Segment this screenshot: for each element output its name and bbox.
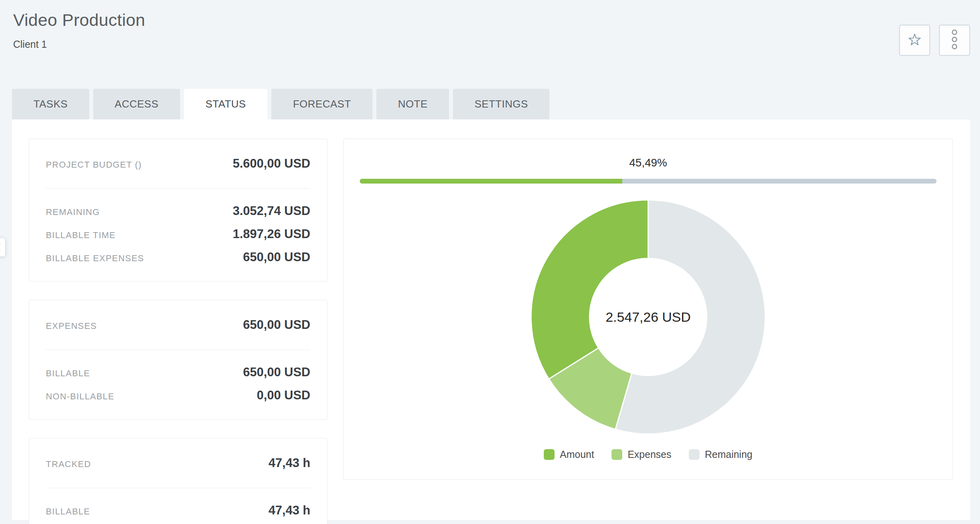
expenses-value: 650,00 USD <box>243 318 310 332</box>
expenses-billable-value: 650,00 USD <box>243 365 310 379</box>
card-divider <box>46 350 310 350</box>
more-options-button[interactable] <box>939 25 970 56</box>
expenses-card: EXPENSES 650,00 USD BILLABLE 650,00 USD … <box>29 300 327 420</box>
billable-time-row: BILLABLE TIME 1.897,26 USD <box>46 227 310 241</box>
tab-note[interactable]: NOTE <box>376 89 449 119</box>
budget-summary-column: PROJECT BUDGET () 5.600,00 USD REMAINING… <box>29 139 327 524</box>
amount-legend-label: Amount <box>560 449 594 460</box>
billable-expenses-value: 650,00 USD <box>243 250 310 264</box>
budget-chart-card: 45,49% 2.547,26 USD Amount Expenses Rema… <box>343 139 953 480</box>
tracked-time-card: TRACKED 47,43 h BILLABLE 47,43 h NON-BIL… <box>29 438 327 524</box>
billable-time-label: BILLABLE TIME <box>46 230 116 240</box>
expenses-label: EXPENSES <box>46 321 97 331</box>
amount-swatch <box>544 449 555 460</box>
budget-used-percent: 45,49% <box>344 156 953 169</box>
card-divider <box>46 188 310 189</box>
donut-slice-amount <box>531 200 648 379</box>
page-title: Video Production <box>13 10 145 30</box>
header-actions <box>899 25 970 56</box>
remaining-value: 3.052,74 USD <box>233 204 310 218</box>
tracked-billable-label: BILLABLE <box>46 506 90 517</box>
status-panel: PROJECT BUDGET () 5.600,00 USD REMAINING… <box>12 119 970 520</box>
expenses-billable-label: BILLABLE <box>46 368 90 379</box>
billable-expenses-row: BILLABLE EXPENSES 650,00 USD <box>46 250 310 264</box>
tab-forecast[interactable]: FORECAST <box>271 89 372 119</box>
expenses-swatch <box>612 449 622 460</box>
client-name: Client 1 <box>13 39 145 50</box>
project-budget-card: PROJECT BUDGET () 5.600,00 USD REMAINING… <box>29 139 327 282</box>
remaining-label: REMAINING <box>46 207 100 217</box>
budget-value: 5.600,00 USD <box>233 156 310 171</box>
tracked-billable-value: 47,43 h <box>269 503 310 518</box>
budget-label: PROJECT BUDGET () <box>46 160 142 170</box>
handle-line <box>0 244 0 244</box>
card-divider <box>46 488 310 488</box>
expenses-nonbillable-value: 0,00 USD <box>257 388 310 403</box>
legend-item-amount[interactable]: Amount <box>544 449 594 460</box>
billable-expenses-label: BILLABLE EXPENSES <box>46 253 144 264</box>
tab-access[interactable]: ACCESS <box>93 89 180 119</box>
expenses-legend-label: Expenses <box>627 449 671 460</box>
tracked-billable-row: BILLABLE 47,43 h <box>46 503 310 518</box>
side-drawer-handle[interactable] <box>0 238 5 256</box>
star-icon <box>907 32 922 48</box>
tracked-label: TRACKED <box>46 459 91 469</box>
legend-item-remaining[interactable]: Remaining <box>689 449 753 460</box>
tab-status[interactable]: STATUS <box>184 89 268 119</box>
expenses-nonbillable-label: NON-BILLABLE <box>46 391 114 402</box>
tab-tasks[interactable]: TASKS <box>12 89 89 119</box>
budget-progress-fill <box>360 179 622 184</box>
remaining-row: REMAINING 3.052,74 USD <box>46 204 310 218</box>
budget-progress-bar <box>360 179 937 184</box>
expenses-billable-row: BILLABLE 650,00 USD <box>46 365 310 379</box>
tracked-value: 47,43 h <box>269 456 310 470</box>
remaining-legend-label: Remaining <box>705 449 753 460</box>
project-header: Video Production Client 1 <box>13 10 145 50</box>
remaining-swatch <box>689 449 700 460</box>
budget-donut-chart: 2.547,26 USD <box>531 199 766 434</box>
chart-legend: Amount Expenses Remaining <box>344 449 953 460</box>
donut-svg <box>531 199 766 434</box>
tab-settings[interactable]: SETTINGS <box>453 89 549 119</box>
billable-time-value: 1.897,26 USD <box>233 227 310 241</box>
handle-line <box>0 250 0 250</box>
kebab-menu-icon <box>951 29 958 51</box>
legend-item-expenses[interactable]: Expenses <box>612 449 671 460</box>
favorite-button[interactable] <box>899 25 930 56</box>
project-tabbar: TASKS ACCESS STATUS FORECAST NOTE SETTIN… <box>12 89 549 119</box>
expenses-nonbillable-row: NON-BILLABLE 0,00 USD <box>46 388 310 403</box>
